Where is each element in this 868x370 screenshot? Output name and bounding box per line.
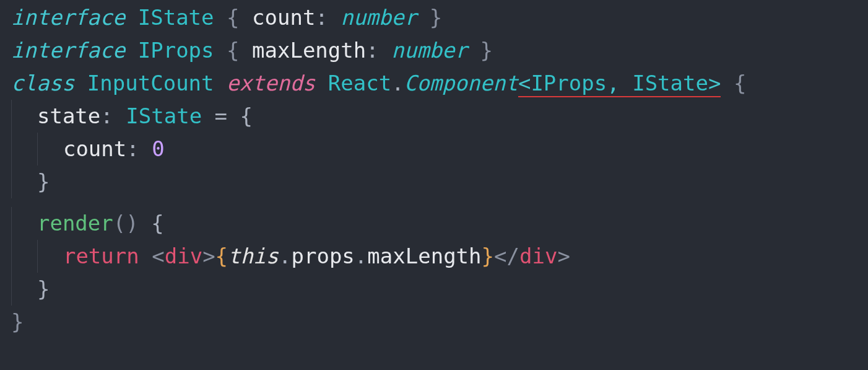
indent-guide bbox=[11, 100, 12, 133]
code-token bbox=[214, 5, 227, 30]
code-token bbox=[214, 71, 227, 95]
code-token: . bbox=[391, 71, 404, 95]
code-token bbox=[240, 38, 252, 63]
code-token: IState bbox=[632, 71, 708, 97]
code-token: } bbox=[480, 38, 493, 63]
code-token: : bbox=[100, 104, 113, 128]
indent-guide bbox=[11, 240, 12, 273]
code-token: IProps bbox=[531, 71, 607, 97]
code-token: IState bbox=[126, 104, 202, 128]
code-token bbox=[214, 38, 227, 63]
code-token bbox=[328, 5, 341, 30]
code-token: extends bbox=[227, 71, 315, 95]
code-token bbox=[139, 211, 151, 236]
code-line: } bbox=[11, 165, 857, 198]
code-token: } bbox=[430, 5, 442, 30]
code-token bbox=[125, 5, 137, 30]
code-line: render() { bbox=[11, 207, 857, 240]
code-token: count bbox=[63, 136, 126, 161]
code-token: this bbox=[228, 244, 279, 268]
code-token: { bbox=[227, 5, 239, 30]
code-token: () bbox=[113, 211, 139, 236]
code-token bbox=[227, 104, 240, 128]
code-token: = bbox=[215, 104, 227, 128]
code-token bbox=[113, 104, 126, 128]
code-token bbox=[721, 71, 733, 95]
code-line: count: 0 bbox=[11, 133, 857, 165]
code-token: { bbox=[151, 211, 163, 236]
code-token: React bbox=[328, 71, 391, 95]
code-token bbox=[379, 38, 391, 63]
code-token: interface bbox=[11, 5, 125, 30]
indent-guide bbox=[11, 207, 12, 240]
code-token bbox=[467, 38, 480, 63]
code-token: > bbox=[708, 71, 721, 97]
code-blank-line bbox=[11, 198, 857, 207]
code-token bbox=[139, 244, 152, 268]
code-editor[interactable]: interface IState { count: number }interf… bbox=[0, 0, 868, 343]
code-token bbox=[240, 5, 252, 30]
code-token: } bbox=[11, 309, 24, 334]
indent-guide bbox=[11, 273, 12, 306]
code-token: : bbox=[366, 38, 378, 63]
code-token bbox=[315, 71, 328, 95]
code-token: class bbox=[11, 71, 74, 95]
indent-guide bbox=[11, 133, 12, 165]
code-token: maxLength bbox=[367, 244, 481, 268]
code-token: render bbox=[37, 211, 113, 236]
code-token: 0 bbox=[152, 136, 164, 161]
code-token: </ bbox=[494, 244, 519, 268]
code-token bbox=[125, 38, 137, 63]
code-token: . bbox=[355, 244, 367, 268]
code-token: return bbox=[63, 244, 139, 268]
code-line: interface IState { count: number } bbox=[11, 1, 857, 34]
code-token bbox=[620, 71, 632, 97]
code-token bbox=[74, 71, 87, 95]
code-token bbox=[139, 136, 152, 161]
code-token bbox=[202, 104, 214, 128]
code-token: } bbox=[37, 276, 50, 301]
code-line: } bbox=[11, 306, 857, 338]
code-token: InputCount bbox=[87, 71, 214, 95]
code-token: count bbox=[252, 5, 315, 30]
code-token: > bbox=[557, 244, 570, 268]
code-token: { bbox=[215, 244, 228, 268]
code-token: IProps bbox=[138, 38, 214, 63]
code-token bbox=[417, 5, 429, 30]
code-token: { bbox=[227, 38, 239, 63]
indent-guide bbox=[37, 240, 38, 273]
code-token: div bbox=[519, 244, 557, 268]
code-token: . bbox=[279, 244, 291, 268]
code-token: } bbox=[482, 244, 494, 268]
code-token: state bbox=[37, 104, 100, 128]
code-token: : bbox=[315, 5, 328, 30]
code-token: number bbox=[391, 38, 467, 63]
code-token: < bbox=[518, 71, 531, 97]
code-token: < bbox=[152, 244, 164, 268]
code-token: interface bbox=[11, 38, 125, 63]
code-line: interface IProps { maxLength: number } bbox=[11, 34, 857, 67]
indent-guide bbox=[37, 133, 38, 165]
code-token: number bbox=[341, 5, 417, 30]
code-token: , bbox=[607, 71, 619, 97]
code-token: maxLength bbox=[252, 38, 366, 63]
code-token: { bbox=[240, 104, 253, 128]
code-line: return <div>{this.props.maxLength}</div> bbox=[11, 240, 857, 273]
indent-guide bbox=[11, 165, 12, 198]
code-line: class InputCount extends React.Component… bbox=[11, 67, 857, 100]
code-token: div bbox=[165, 244, 202, 268]
code-token: IState bbox=[138, 5, 214, 30]
code-token: : bbox=[126, 136, 139, 161]
code-token: } bbox=[37, 169, 50, 194]
code-token: Component bbox=[404, 71, 518, 95]
code-line: state: IState = { bbox=[11, 100, 857, 133]
code-token: { bbox=[734, 71, 746, 95]
code-line: } bbox=[11, 273, 857, 306]
code-token: props bbox=[291, 244, 354, 268]
code-token: > bbox=[202, 244, 215, 268]
